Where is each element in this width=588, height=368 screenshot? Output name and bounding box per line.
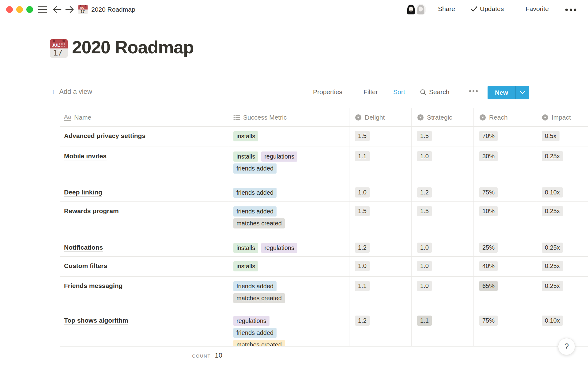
delight-cell[interactable]: 1.5 xyxy=(349,127,412,147)
strategic-cell[interactable]: 1.5 xyxy=(412,202,474,238)
name-cell[interactable]: Top shows algorithm xyxy=(60,311,229,346)
delight-cell[interactable]: 1.1 xyxy=(349,147,412,183)
name-cell[interactable]: Advanced privacy settings xyxy=(60,127,229,147)
name-cell[interactable]: Notifications xyxy=(60,238,229,256)
filter-button[interactable]: Filter xyxy=(364,88,378,96)
minimize-window-button[interactable] xyxy=(16,6,23,13)
number-badge: 1.5 xyxy=(417,131,432,141)
number-badge: 1.1 xyxy=(355,281,370,291)
properties-button[interactable]: Properties xyxy=(313,88,342,96)
strategic-cell[interactable]: 1.1 xyxy=(412,311,474,346)
reach-cell[interactable]: 30% xyxy=(474,147,536,183)
success-metric-cell[interactable]: friends addedmatches created xyxy=(229,277,349,311)
row-page-link[interactable]: Notifications xyxy=(64,244,103,252)
delight-cell[interactable]: 1.0 xyxy=(349,257,412,276)
column-header-strategic[interactable]: Strategic xyxy=(412,108,474,126)
add-view-button[interactable]: + Add a view xyxy=(51,88,92,96)
metric-tag: regulations xyxy=(261,151,297,162)
impact-cell[interactable]: 0.5x xyxy=(536,127,588,147)
name-cell[interactable]: Mobile invites xyxy=(60,147,229,183)
success-metric-cell[interactable]: friends addedmatches created xyxy=(229,202,349,238)
impact-cell[interactable]: 0.10x xyxy=(536,183,588,201)
success-metric-cell[interactable]: regulationsfriends addedmatches created xyxy=(229,311,349,346)
success-metric-cell[interactable]: installsregulationsfriends added xyxy=(229,147,349,183)
row-page-link[interactable]: Advanced privacy settings xyxy=(64,132,145,140)
doc-calendar-icon: JUL 17 xyxy=(78,4,88,14)
new-button-label[interactable]: New xyxy=(488,86,516,99)
delight-cell[interactable]: 1.2 xyxy=(349,311,412,346)
share-button[interactable]: Share xyxy=(438,5,455,13)
number-badge: 1.1 xyxy=(417,316,432,326)
reach-cell[interactable]: 10% xyxy=(474,202,536,238)
row-page-link[interactable]: Friends messaging xyxy=(64,282,123,290)
row-page-link[interactable]: Mobile invites xyxy=(64,152,107,160)
column-header-delight[interactable]: Delight xyxy=(349,108,412,126)
reach-cell[interactable]: 65% xyxy=(474,277,536,311)
breadcrumb-doc-title[interactable]: 2020 Roadmap xyxy=(91,6,135,13)
strategic-cell[interactable]: 1.0 xyxy=(412,257,474,276)
row-page-link[interactable]: Deep linking xyxy=(64,189,102,197)
name-cell[interactable]: Friends messaging xyxy=(60,277,229,311)
row-page-link[interactable]: Rewards program xyxy=(64,207,119,215)
metric-tag: friends added xyxy=(233,281,277,291)
table-footer[interactable]: COUNT 10 xyxy=(60,347,229,359)
metric-tag: friends added xyxy=(233,206,277,217)
name-cell[interactable]: Deep linking xyxy=(60,183,229,201)
strategic-cell[interactable]: 1.5 xyxy=(412,127,474,147)
reach-cell[interactable]: 75% xyxy=(474,183,536,201)
delight-cell[interactable]: 1.5 xyxy=(349,202,412,238)
metric-tag: friends added xyxy=(233,163,277,174)
impact-cell[interactable]: 0.25x xyxy=(536,257,588,276)
view-toolbar: + Add a view Properties Filter Sort Sear… xyxy=(0,86,588,99)
reach-cell[interactable]: 25% xyxy=(474,238,536,256)
column-header-name[interactable]: Aa Name xyxy=(60,108,229,126)
impact-cell[interactable]: 0.25x xyxy=(536,277,588,311)
close-window-button[interactable] xyxy=(6,6,13,13)
column-header-success-metric[interactable]: Success Metric xyxy=(229,108,349,126)
strategic-cell[interactable]: 1.0 xyxy=(412,277,474,311)
page-title[interactable]: 2020 Roadmap xyxy=(72,37,194,57)
delight-cell[interactable]: 1.1 xyxy=(349,277,412,311)
success-metric-cell[interactable]: installsregulations xyxy=(229,238,349,256)
row-page-link[interactable]: Top shows algorithm xyxy=(64,317,128,325)
reach-cell[interactable]: 75% xyxy=(474,311,536,346)
impact-cell[interactable]: 0.25x xyxy=(536,238,588,256)
row-page-link[interactable]: Custom filters xyxy=(64,262,107,270)
search-label: Search xyxy=(429,88,450,96)
success-metric-cell[interactable]: friends added xyxy=(229,183,349,201)
reach-cell[interactable]: 70% xyxy=(474,127,536,147)
page-calendar-icon[interactable]: JUL 17 xyxy=(50,38,68,58)
tag-line: friends added xyxy=(233,206,345,217)
success-metric-cell[interactable]: installs xyxy=(229,127,349,147)
help-button[interactable]: ? xyxy=(558,338,575,355)
name-cell[interactable]: Rewards program xyxy=(60,202,229,238)
metric-tag: regulations xyxy=(261,243,297,253)
sidebar-menu-icon[interactable] xyxy=(37,5,48,14)
name-cell[interactable]: Custom filters xyxy=(60,257,229,276)
new-record-button[interactable]: New xyxy=(488,86,529,99)
strategic-cell[interactable]: 1.0 xyxy=(412,147,474,183)
collaborator-avatars[interactable] xyxy=(405,3,432,16)
number-badge: 1.5 xyxy=(355,131,370,141)
strategic-cell[interactable]: 1.0 xyxy=(412,238,474,256)
column-header-reach[interactable]: Reach xyxy=(474,108,536,126)
more-options-icon[interactable] xyxy=(565,7,576,13)
back-arrow-icon[interactable] xyxy=(52,5,62,14)
view-more-options-icon[interactable] xyxy=(469,90,478,92)
delight-cell[interactable]: 1.2 xyxy=(349,238,412,256)
sort-button[interactable]: Sort xyxy=(393,88,405,96)
strategic-cell[interactable]: 1.2 xyxy=(412,183,474,201)
zoom-window-button[interactable] xyxy=(26,6,33,13)
updates-button[interactable]: Updates xyxy=(471,5,504,13)
reach-cell[interactable]: 40% xyxy=(474,257,536,276)
tag-line: friends added xyxy=(233,163,345,174)
chevron-down-icon[interactable] xyxy=(516,86,529,99)
impact-cell[interactable]: 0.25x xyxy=(536,147,588,183)
delight-cell[interactable]: 1.0 xyxy=(349,183,412,201)
search-button[interactable]: Search xyxy=(420,88,450,96)
forward-arrow-icon[interactable] xyxy=(64,5,75,14)
success-metric-cell[interactable]: installs xyxy=(229,257,349,276)
impact-cell[interactable]: 0.25x xyxy=(536,202,588,238)
favorite-button[interactable]: Favorite xyxy=(526,5,549,13)
column-header-impact[interactable]: Impact xyxy=(536,108,588,126)
